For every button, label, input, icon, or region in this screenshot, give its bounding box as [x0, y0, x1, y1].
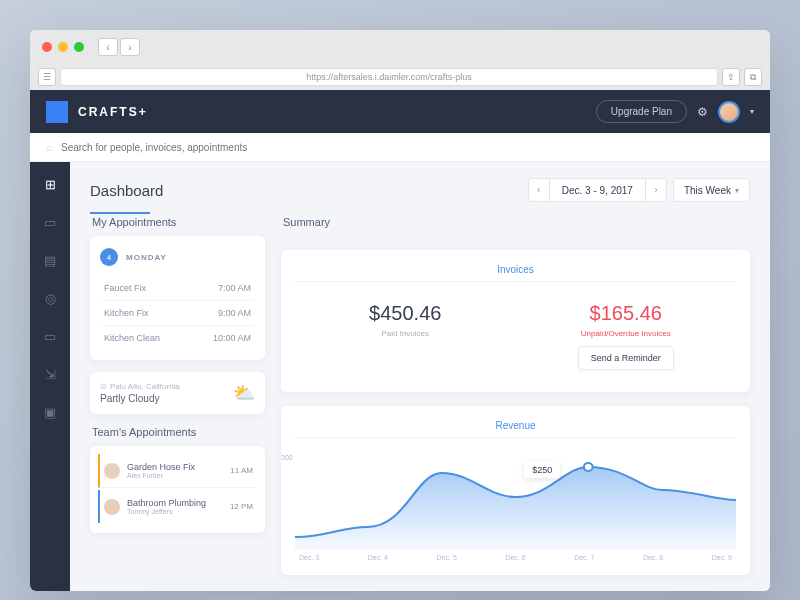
day-name: MONDAY — [126, 253, 167, 262]
revenue-header: Revenue — [295, 420, 736, 438]
date-prev-button[interactable]: ‹ — [528, 178, 550, 202]
chart-tooltip: $250 — [524, 462, 560, 478]
x-tick: Dec. 4 — [368, 554, 388, 561]
user-menu-chevron-icon[interactable]: ▾ — [750, 107, 754, 116]
nav-export-icon[interactable]: ⇲ — [42, 366, 58, 382]
url-bar-row: ☰ https://aftersales.i.daimler.com/craft… — [30, 64, 770, 90]
team-appointment-row[interactable]: Bathroom Plumbing Tommy Jeffers 12 PM — [98, 490, 257, 523]
team-member-avatar — [104, 499, 120, 515]
revenue-card: Revenue 300 — [281, 406, 750, 575]
appointment-time: 10:00 AM — [213, 333, 251, 343]
team-appointment-row[interactable]: Garden Hose Fix Alex Fortier 11 AM — [98, 454, 257, 488]
upgrade-plan-button[interactable]: Upgrade Plan — [596, 100, 687, 123]
main-content: Dashboard ‹ Dec. 3 - 9, 2017 › This Week… — [70, 162, 770, 591]
minimize-window-icon[interactable] — [58, 42, 68, 52]
weather-info: ⊙ Palo Alto, California Partly Cloudy — [100, 382, 225, 404]
nav-dashboard-icon[interactable]: ⊞ — [42, 176, 58, 192]
team-appt-person: Tommy Jeffers — [127, 508, 223, 515]
x-tick: Dec. 6 — [505, 554, 525, 561]
nav-calendar-icon[interactable]: ▭ — [42, 214, 58, 230]
date-range-nav: ‹ Dec. 3 - 9, 2017 › — [528, 178, 667, 202]
day-number-badge: 4 — [100, 248, 118, 266]
search-input[interactable] — [61, 142, 754, 153]
team-appointments-section: Team's Appointments Garden Hose Fix Alex… — [90, 426, 265, 533]
appointment-row[interactable]: Faucet Fix 7:00 AM — [100, 276, 255, 301]
appointment-row[interactable]: Kitchen Clean 10:00 AM — [100, 326, 255, 350]
appointment-title: Kitchen Fix — [104, 308, 149, 318]
weather-card: ⊙ Palo Alto, California Partly Cloudy ⛅ — [90, 372, 265, 414]
tabs-icon[interactable]: ⧉ — [744, 68, 762, 86]
revenue-chart[interactable]: 300 — [295, 450, 736, 550]
x-tick: Dec. 3 — [299, 554, 319, 561]
team-appt-info: Garden Hose Fix Alex Fortier — [127, 462, 223, 479]
user-avatar[interactable] — [718, 101, 740, 123]
appointment-row[interactable]: Kitchen Fix 9:00 AM — [100, 301, 255, 326]
my-appointments-title: My Appointments — [90, 216, 265, 228]
paid-label: Paid Invoices — [299, 329, 512, 338]
team-appt-title: Bathroom Plumbing — [127, 498, 223, 508]
x-tick: Dec. 5 — [437, 554, 457, 561]
weather-icon: ⛅ — [233, 382, 255, 404]
chevron-down-icon: ▾ — [735, 186, 739, 195]
maximize-window-icon[interactable] — [74, 42, 84, 52]
date-next-button[interactable]: › — [645, 178, 667, 202]
team-appt-time: 11 AM — [230, 466, 253, 475]
sidebar-toggle-icon[interactable]: ☰ — [38, 68, 56, 86]
close-window-icon[interactable] — [42, 42, 52, 52]
x-tick: Dec. 9 — [712, 554, 732, 561]
chart-x-axis: Dec. 3 Dec. 4 Dec. 5 Dec. 6 Dec. 7 Dec. … — [295, 554, 736, 561]
nav-profile-icon[interactable]: ◎ — [42, 290, 58, 306]
invoices-header: Invoices — [295, 264, 736, 282]
body: ⊞ ▭ ▤ ◎ ▭ ⇲ ▣ Dashboard ‹ Dec. 3 - 9, 20… — [30, 162, 770, 591]
page-header: Dashboard ‹ Dec. 3 - 9, 2017 › This Week… — [90, 178, 750, 202]
revenue-chart-svg — [295, 450, 736, 550]
forward-button[interactable]: › — [120, 38, 140, 56]
send-reminder-button[interactable]: Send a Reminder — [578, 346, 674, 370]
date-preset-label: This Week — [684, 185, 731, 196]
appointment-time: 7:00 AM — [218, 283, 251, 293]
search-bar: ⌕ — [30, 133, 770, 162]
window-controls: ‹ › — [30, 30, 770, 64]
topbar: CRAFTS+ Upgrade Plan ⚙ ▾ — [30, 90, 770, 133]
my-appointments-card: 4 MONDAY Faucet Fix 7:00 AM Kitchen Fix … — [90, 236, 265, 360]
right-column: Summary Invoices $450.46 Paid Invoices $… — [281, 216, 750, 575]
unpaid-label: Unpaid/Overdue Invoices — [520, 329, 733, 338]
team-appt-title: Garden Hose Fix — [127, 462, 223, 472]
team-appt-person: Alex Fortier — [127, 472, 223, 479]
location-pin-icon: ⊙ — [100, 382, 107, 391]
back-button[interactable]: ‹ — [98, 38, 118, 56]
x-tick: Dec. 8 — [643, 554, 663, 561]
logo-icon — [46, 101, 68, 123]
svg-point-0 — [584, 463, 593, 471]
my-appointments-section: My Appointments 4 MONDAY Faucet Fix 7:00… — [90, 216, 265, 360]
page-title: Dashboard — [90, 182, 163, 199]
team-member-avatar — [104, 463, 120, 479]
browser-chrome: ‹ › ☰ https://aftersales.i.daimler.com/c… — [30, 30, 770, 90]
weather-location: ⊙ Palo Alto, California — [100, 382, 225, 391]
unpaid-invoices: $165.46 Unpaid/Overdue Invoices Send a R… — [516, 294, 737, 378]
weather-location-text: Palo Alto, California — [110, 382, 180, 391]
settings-icon[interactable]: ⚙ — [697, 105, 708, 119]
invoices-card: Invoices $450.46 Paid Invoices $165.46 U… — [281, 250, 750, 392]
url-bar[interactable]: https://aftersales.i.daimler.com/crafts-… — [60, 68, 718, 86]
date-range-label[interactable]: Dec. 3 - 9, 2017 — [550, 178, 645, 202]
side-nav: ⊞ ▭ ▤ ◎ ▭ ⇲ ▣ — [30, 162, 70, 591]
app: CRAFTS+ Upgrade Plan ⚙ ▾ ⌕ ⊞ ▭ ▤ ◎ ▭ ⇲ ▣ — [30, 90, 770, 591]
invoices-row: $450.46 Paid Invoices $165.46 Unpaid/Ove… — [295, 294, 736, 378]
share-icon[interactable]: ⇪ — [722, 68, 740, 86]
nav-cards-icon[interactable]: ▭ — [42, 328, 58, 344]
x-tick: Dec. 7 — [574, 554, 594, 561]
team-appointments-card: Garden Hose Fix Alex Fortier 11 AM Bathr… — [90, 446, 265, 533]
date-preset-dropdown[interactable]: This Week ▾ — [673, 178, 750, 202]
appointment-title: Faucet Fix — [104, 283, 146, 293]
team-appt-time: 12 PM — [230, 502, 253, 511]
brand-name: CRAFTS+ — [78, 105, 148, 119]
paid-invoices: $450.46 Paid Invoices — [295, 294, 516, 378]
chart-y-max: 300 — [281, 454, 293, 461]
browser-window: ‹ › ☰ https://aftersales.i.daimler.com/c… — [30, 30, 770, 591]
nav-briefcase-icon[interactable]: ▣ — [42, 404, 58, 420]
appointment-time: 9:00 AM — [218, 308, 251, 318]
nav-documents-icon[interactable]: ▤ — [42, 252, 58, 268]
summary-title: Summary — [281, 216, 750, 228]
team-appt-info: Bathroom Plumbing Tommy Jeffers — [127, 498, 223, 515]
